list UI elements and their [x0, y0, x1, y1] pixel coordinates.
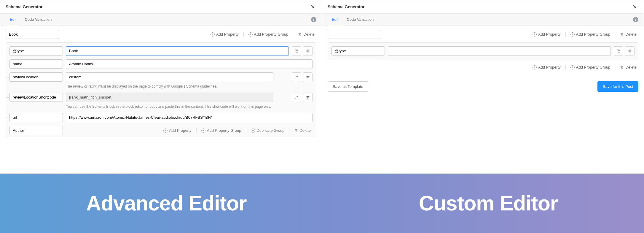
field-hint: You can use the Schema Block in the bloc…	[66, 104, 273, 109]
add-property-button[interactable]: +Add Property	[162, 127, 193, 134]
property-key-input[interactable]	[9, 46, 63, 56]
add-property-button[interactable]: + Add Property	[209, 31, 240, 38]
delete-button[interactable]: Delete	[618, 31, 638, 38]
tab-code-validation[interactable]: Code Validation	[342, 14, 378, 25]
property-group: The review or rating must be displayed o…	[6, 42, 316, 137]
add-property-group-label: Add Property Group	[254, 32, 288, 37]
add-property-group-button[interactable]: +Add Property Group	[569, 31, 612, 38]
trash-icon	[306, 75, 310, 80]
property-value-input[interactable]	[66, 59, 313, 69]
row-delete-button[interactable]	[303, 93, 313, 102]
tab-edit[interactable]: Edit	[6, 14, 20, 25]
property-key-input[interactable]	[9, 59, 63, 69]
property-value-input[interactable]	[388, 46, 611, 56]
save-for-post-button[interactable]: Save for this Post	[597, 81, 638, 92]
close-button[interactable]	[309, 3, 316, 10]
close-button[interactable]	[631, 3, 638, 10]
add-property-label: Add Property	[216, 32, 239, 37]
plus-icon: +	[570, 65, 575, 69]
property-row-type	[331, 46, 635, 56]
right-panel: Schema Generator Edit Code Validation i …	[322, 0, 644, 174]
property-key-input[interactable]	[9, 113, 63, 122]
add-property-group-button[interactable]: +Add Property Group	[200, 127, 243, 134]
add-property-group-button[interactable]: + Add Property Group	[247, 31, 290, 38]
trash-icon	[298, 32, 302, 36]
copy-icon	[294, 75, 299, 80]
tab-code-validation[interactable]: Code Validation	[20, 14, 56, 25]
property-key-input[interactable]	[9, 72, 63, 82]
copy-icon	[294, 95, 299, 100]
panel-title: Schema Generator	[328, 4, 365, 9]
plus-icon: +	[251, 129, 255, 133]
property-row-reviewlocationshortcode: You can use the Schema Block in the bloc…	[9, 93, 313, 109]
left-panel: Schema Generator Edit Code Validation i …	[0, 0, 322, 174]
property-value-input[interactable]	[66, 93, 273, 102]
plus-icon: +	[533, 65, 537, 69]
panel-title: Schema Generator	[6, 4, 43, 9]
plus-icon: +	[533, 32, 537, 37]
banner-right-text: Custom Editor	[419, 191, 558, 215]
row-delete-button[interactable]	[303, 46, 313, 56]
property-row-name	[9, 59, 313, 69]
plus-icon: +	[211, 32, 215, 37]
copy-button[interactable]	[292, 72, 301, 82]
delete-button[interactable]: Delete	[292, 127, 313, 134]
row-delete-button[interactable]	[625, 46, 635, 56]
close-icon	[310, 4, 315, 9]
property-row-reviewlocation: The review or rating must be displayed o…	[9, 72, 313, 89]
add-property-group-button[interactable]: +Add Property Group	[569, 64, 612, 71]
trash-icon	[294, 129, 298, 132]
info-icon[interactable]: i	[633, 17, 638, 22]
schema-name-input[interactable]	[6, 30, 59, 39]
plus-icon: +	[248, 32, 253, 37]
property-key-input[interactable]	[9, 126, 63, 135]
property-row-url	[9, 113, 313, 122]
plus-icon: +	[201, 129, 205, 133]
property-group	[328, 42, 638, 60]
row-delete-button[interactable]	[303, 72, 313, 82]
copy-button[interactable]	[292, 93, 301, 102]
property-row-author: +Add Property +Add Property Group +Dupli…	[9, 126, 313, 136]
copy-button[interactable]	[292, 46, 301, 56]
close-icon	[632, 4, 637, 9]
group-actions-row: +Add Property +Add Property Group Delete	[328, 63, 638, 73]
property-key-input[interactable]	[9, 93, 63, 102]
plus-icon: +	[163, 129, 168, 133]
copy-icon	[616, 49, 621, 53]
delete-button[interactable]: Delete	[296, 31, 316, 38]
delete-button[interactable]: Delete	[618, 64, 638, 71]
field-hint: The review or rating must be displayed o…	[66, 84, 273, 89]
duplicate-group-button[interactable]: +Duplicate Group	[249, 127, 286, 134]
trash-icon	[620, 65, 624, 69]
trash-icon	[628, 49, 632, 53]
plus-icon: +	[570, 32, 575, 37]
property-row-type	[9, 46, 313, 56]
trash-icon	[306, 49, 310, 53]
copy-button[interactable]	[614, 46, 623, 56]
property-value-input[interactable]	[66, 46, 289, 56]
trash-icon	[306, 95, 310, 100]
delete-label: Delete	[303, 32, 315, 37]
add-property-button[interactable]: +Add Property	[531, 31, 562, 38]
property-value-input[interactable]	[66, 113, 313, 122]
add-property-button[interactable]: +Add Property	[531, 64, 562, 71]
property-value-input[interactable]	[66, 72, 273, 82]
info-icon[interactable]: i	[311, 17, 316, 22]
schema-name-input[interactable]	[328, 30, 381, 39]
copy-icon	[294, 49, 299, 53]
property-key-input[interactable]	[331, 46, 385, 56]
banner-left-text: Advanced Editor	[86, 191, 246, 215]
tab-edit[interactable]: Edit	[328, 14, 342, 25]
save-as-template-button[interactable]: Save as Template	[328, 81, 368, 92]
trash-icon	[620, 32, 624, 36]
bottom-banner: Advanced Editor Custom Editor	[0, 174, 644, 233]
